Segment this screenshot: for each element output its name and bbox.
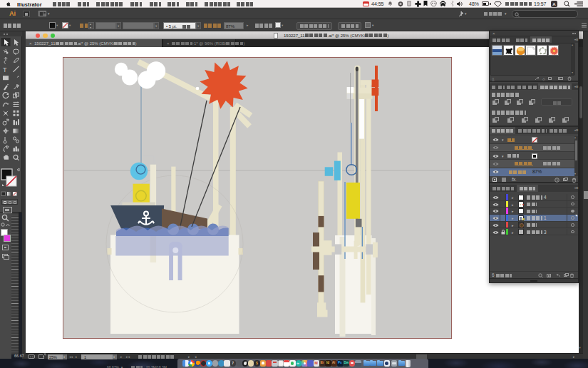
svg-text:T: T <box>3 66 7 73</box>
